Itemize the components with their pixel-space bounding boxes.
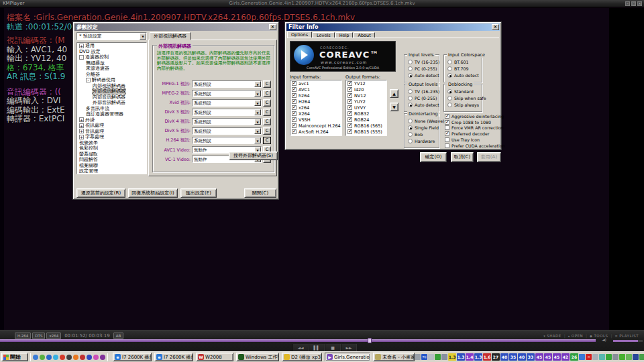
checkbox-checked-icon[interactable]	[292, 87, 297, 92]
tree-item[interactable]: 螢幕擷取	[77, 152, 146, 158]
tray-icon[interactable]	[639, 354, 644, 360]
radio-option[interactable]: None (Weave)	[408, 119, 439, 123]
radio-option[interactable]: Skip when safe	[447, 96, 482, 101]
format-item[interactable]: avc1	[290, 80, 341, 86]
tray-monitor-value[interactable]: 1.4	[466, 353, 474, 361]
clear-decoder-button[interactable]: C	[263, 127, 271, 135]
decoder-combobox[interactable]: 系統預設▼	[192, 118, 262, 125]
tree-item[interactable]: 內部視訊解碼器	[77, 83, 146, 89]
expand-icon[interactable]: +	[79, 129, 84, 133]
chevron-down-icon[interactable]: ▼	[140, 33, 146, 40]
tray-monitor-value[interactable]: 1.3	[457, 353, 465, 361]
radio-selected-icon[interactable]	[447, 73, 452, 78]
pause-button[interactable]: ▌▌	[309, 344, 325, 351]
tray-monitor-value[interactable]: 45	[544, 353, 552, 361]
open-button[interactable]: ▴OPEN	[568, 334, 583, 338]
quick-launch-icon[interactable]	[100, 355, 105, 360]
format-item[interactable]: I420	[346, 86, 386, 93]
tree-item[interactable]: 無縫播放	[77, 60, 146, 66]
format-item[interactable]: X264	[290, 111, 341, 117]
volume-slider[interactable]	[613, 340, 643, 342]
checkbox-checked-icon[interactable]	[347, 99, 352, 104]
radio-icon[interactable]	[447, 96, 452, 101]
radio-icon[interactable]	[408, 119, 413, 123]
tree-item[interactable]: DVD 設定	[77, 49, 146, 55]
collapse-icon[interactable]: -	[86, 78, 91, 82]
tray-monitor-value[interactable]: 45	[535, 353, 543, 361]
shade-button[interactable]: ▾SHADE	[543, 334, 561, 338]
decoder-combobox[interactable]: 系統預設▼	[192, 90, 262, 97]
checkbox-checked-icon[interactable]	[445, 120, 449, 125]
radio-option[interactable]: BT.601	[447, 60, 482, 64]
decoder-combobox[interactable]: 系統預設▼	[192, 127, 262, 135]
tree-item[interactable]: +通用	[77, 43, 146, 49]
previous-button[interactable]: ◄◄	[292, 344, 309, 351]
tray-icon[interactable]: TQ	[421, 354, 427, 360]
settings-bottom-button[interactable]: 匯出設定(E)	[180, 188, 217, 198]
settings-bottom-button[interactable]: 回復系統初始設定(I)	[128, 188, 178, 198]
radio-selected-icon[interactable]	[408, 103, 413, 107]
tray-icon[interactable]: ×	[586, 354, 592, 360]
clear-decoder-button[interactable]: C	[263, 109, 271, 116]
filter-checkbox[interactable]: Use Tray Icon	[445, 137, 505, 143]
filter-dialog-titlebar[interactable]: Filter Info ×	[286, 23, 500, 31]
playlist-button[interactable]: ≡PLAYLIST	[615, 334, 639, 338]
format-item[interactable]: H264	[290, 99, 341, 105]
format-item[interactable]: VSSH	[290, 117, 341, 123]
quick-launch-icon[interactable]	[87, 355, 92, 360]
checkbox-checked-icon[interactable]	[292, 111, 297, 116]
quick-launch-icon[interactable]	[73, 355, 78, 360]
start-button[interactable]: 開始	[1, 353, 28, 361]
minimize-icon[interactable]: –	[625, 1, 630, 6]
decoder-combobox[interactable]: 系統預設▼	[192, 109, 262, 116]
quick-launch-icon[interactable]	[60, 355, 65, 360]
quick-launch-icon[interactable]	[93, 355, 99, 360]
radio-icon[interactable]	[447, 66, 452, 71]
task-button[interactable]: ▶Girls.Generation.Geni...	[325, 353, 370, 361]
radio-option[interactable]: TV (16-235)	[408, 89, 439, 94]
tray-icon[interactable]	[612, 354, 619, 360]
tray-monitor-value[interactable]: 1.6	[483, 353, 491, 361]
radio-option[interactable]: Skip always	[447, 103, 482, 107]
tree-item[interactable]: +外掛	[77, 117, 146, 123]
chevron-down-icon[interactable]: ▼	[254, 128, 261, 134]
tray-icon[interactable]	[441, 354, 447, 360]
radio-icon[interactable]	[408, 66, 413, 71]
radio-icon[interactable]	[408, 139, 413, 143]
stop-button[interactable]: ■	[325, 344, 341, 351]
radio-icon[interactable]	[408, 96, 413, 101]
filter-checkbox[interactable]: Preferred decoder	[445, 131, 505, 137]
checkbox-checked-icon[interactable]	[347, 117, 352, 122]
checkbox-checked-icon[interactable]	[347, 93, 352, 98]
filter-checkbox[interactable]: Aggressive deinterlacing	[445, 113, 505, 119]
tree-item[interactable]: +字幕處理	[77, 134, 146, 140]
tree-item[interactable]: 內部音訊解碼器	[77, 95, 146, 101]
tree-item[interactable]: 分離器	[77, 72, 146, 78]
clear-decoder-button[interactable]: C	[263, 99, 271, 107]
radio-icon[interactable]	[447, 103, 452, 107]
radio-icon[interactable]	[447, 60, 452, 64]
checkbox-checked-icon[interactable]	[292, 81, 297, 86]
checkbox-checked-icon[interactable]	[347, 111, 352, 116]
tree-item[interactable]: 視覺效果	[77, 140, 146, 146]
tray-monitor-value[interactable]: 26	[570, 353, 578, 361]
format-item[interactable]: UYVY	[346, 105, 386, 111]
tree-item[interactable]: 設定管理	[77, 168, 146, 174]
filter-button[interactable]: 取消(C)	[451, 152, 474, 162]
search-external-decoders-button[interactable]: 搜尋外部解碼器(S)	[229, 152, 278, 160]
radio-icon[interactable]	[408, 132, 413, 137]
tray-monitor-value[interactable]: 35	[509, 353, 517, 361]
quick-launch-icon[interactable]	[33, 355, 38, 360]
tray-monitor-value[interactable]: 45	[553, 353, 561, 361]
tree-item[interactable]: +音訊處理	[77, 129, 146, 135]
settings-bottom-button[interactable]: 關閉(C)	[244, 188, 276, 198]
tray-icon[interactable]	[579, 354, 585, 360]
clear-decoder-button[interactable]: C	[263, 118, 271, 125]
radio-selected-icon[interactable]	[408, 73, 413, 78]
checkbox-checked-icon[interactable]	[292, 117, 297, 122]
task-button[interactable]: eI7 2600K 播放2160P...	[113, 353, 152, 361]
filter-checkbox[interactable]: Force VMR AR correction	[445, 125, 505, 131]
tree-item[interactable]: 色彩控制	[77, 145, 146, 152]
expand-icon[interactable]: +	[79, 44, 84, 48]
task-button[interactable]: Windows 工作管理員	[236, 353, 279, 361]
